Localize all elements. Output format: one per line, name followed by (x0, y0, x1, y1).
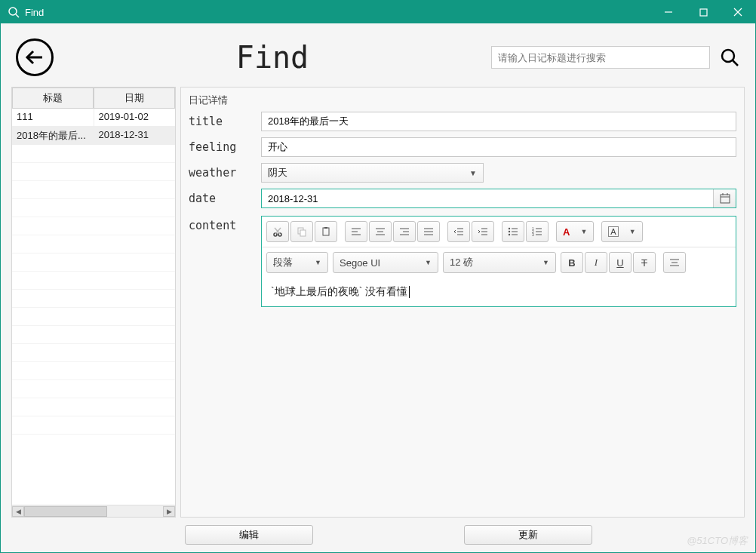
svg-rect-19 (323, 228, 329, 235)
table-row[interactable]: 2018年的最后... 2018-12-31 (12, 127, 175, 145)
svg-point-43 (509, 234, 510, 235)
clear-format-icon (669, 258, 680, 267)
highlight-button[interactable]: A▼ (601, 221, 642, 242)
svg-line-1 (16, 14, 19, 17)
table-header: 标题 日期 (12, 88, 175, 109)
content-editor: 123 A▼ A▼ 段落▼ (261, 216, 736, 307)
cell-date: 2019-01-02 (94, 109, 176, 126)
copy-icon (297, 226, 307, 237)
chevron-down-icon: ▼ (315, 259, 321, 266)
label-title: title (189, 115, 254, 128)
feeling-input[interactable] (261, 137, 736, 157)
chevron-down-icon: ▼ (469, 169, 477, 177)
scroll-right-icon[interactable]: ▶ (163, 506, 175, 517)
horizontal-scrollbar[interactable]: ◀ ▶ (12, 505, 175, 517)
number-list-button[interactable]: 123 (526, 221, 549, 242)
calendar-icon (720, 193, 730, 204)
edit-button[interactable]: 编辑 (185, 525, 313, 545)
label-content: content (189, 214, 254, 232)
bold-button[interactable]: B (561, 252, 583, 273)
indent-icon (478, 227, 488, 236)
calendar-button[interactable] (713, 189, 736, 207)
window-title: Find (25, 7, 44, 18)
underline-button[interactable]: U (609, 252, 632, 273)
italic-button[interactable]: I (585, 252, 607, 273)
svg-rect-3 (700, 9, 707, 16)
title-input[interactable] (261, 112, 736, 131)
label-feeling: feeling (189, 140, 254, 154)
editor-textarea[interactable]: `地球上最后的夜晚` 没有看懂 (262, 278, 736, 306)
close-button[interactable] (721, 1, 755, 23)
update-button[interactable]: 更新 (464, 525, 592, 545)
outdent-icon (453, 227, 464, 236)
detail-pane: 日记详情 title feeling weather 阴天 ▼ (180, 87, 745, 518)
align-right-icon (399, 227, 410, 236)
cut-button[interactable] (266, 221, 289, 242)
col-title[interactable]: 标题 (12, 88, 94, 109)
svg-rect-9 (721, 195, 730, 203)
back-button[interactable] (16, 38, 54, 76)
font-family-select[interactable]: Segoe UI▼ (333, 252, 438, 273)
svg-rect-18 (300, 230, 306, 236)
table-row[interactable]: 111 2019-01-02 (12, 109, 175, 127)
indent-button[interactable] (472, 221, 494, 242)
col-date[interactable]: 日期 (94, 88, 175, 109)
scroll-left-icon[interactable]: ◀ (12, 506, 24, 517)
search-input[interactable] (491, 46, 710, 69)
font-size-value: 12 磅 (450, 256, 473, 269)
svg-point-0 (9, 8, 17, 15)
chevron-down-icon: ▼ (629, 228, 636, 235)
cell-title: 2018年的最后... (12, 127, 94, 144)
svg-point-41 (509, 231, 510, 232)
svg-rect-20 (324, 227, 327, 229)
search-submit-icon[interactable] (719, 47, 740, 68)
bullet-list-icon (508, 227, 518, 236)
svg-point-7 (722, 50, 734, 62)
font-size-select[interactable]: 12 磅▼ (443, 252, 556, 273)
copy-button[interactable] (290, 221, 313, 242)
label-weather: weather (189, 166, 254, 180)
font-color-button[interactable]: A▼ (556, 221, 594, 242)
chevron-down-icon: ▼ (580, 228, 587, 235)
svg-point-39 (509, 228, 510, 229)
align-left-button[interactable] (345, 221, 367, 242)
align-left-icon (351, 227, 361, 236)
page-title: Find (63, 40, 482, 75)
align-right-button[interactable] (393, 221, 416, 242)
search-icon (7, 5, 20, 19)
align-justify-icon (423, 227, 434, 236)
titlebar: Find (1, 1, 755, 23)
font-color-icon: A (563, 226, 570, 238)
number-list-icon: 123 (532, 227, 542, 236)
paste-icon (321, 226, 331, 237)
cut-icon (272, 226, 283, 237)
align-center-icon (375, 227, 386, 236)
bullet-list-button[interactable] (502, 221, 524, 242)
align-justify-button[interactable] (417, 221, 440, 242)
weather-value: 阴天 (268, 166, 287, 180)
minimize-button[interactable] (651, 1, 686, 23)
date-input[interactable] (262, 189, 713, 207)
diary-list: 标题 日期 111 2019-01-02 2018年的最后... 2018-12… (11, 87, 176, 518)
para-style-value: 段落 (273, 256, 293, 269)
paragraph-style-select[interactable]: 段落▼ (266, 252, 328, 273)
editor-content: `地球上最后的夜晚` 没有看懂 (271, 285, 407, 297)
align-center-button[interactable] (369, 221, 392, 242)
cell-date: 2018-12-31 (94, 127, 176, 144)
clear-format-button[interactable] (663, 252, 686, 273)
weather-select[interactable]: 阴天 ▼ (261, 163, 484, 183)
label-date: date (189, 192, 254, 205)
highlight-icon: A (608, 226, 618, 237)
paste-button[interactable] (315, 221, 337, 242)
outdent-button[interactable] (447, 221, 470, 242)
text-cursor (409, 286, 410, 298)
svg-text:3: 3 (532, 232, 534, 236)
chevron-down-icon: ▼ (542, 259, 549, 266)
maximize-button[interactable] (686, 1, 721, 23)
svg-line-8 (733, 60, 738, 66)
group-title: 日记详情 (189, 94, 736, 107)
cell-title: 111 (12, 109, 94, 126)
font-family-value: Segoe UI (340, 257, 380, 269)
strikethrough-button[interactable]: T (633, 252, 656, 273)
chevron-down-icon: ▼ (425, 259, 432, 266)
